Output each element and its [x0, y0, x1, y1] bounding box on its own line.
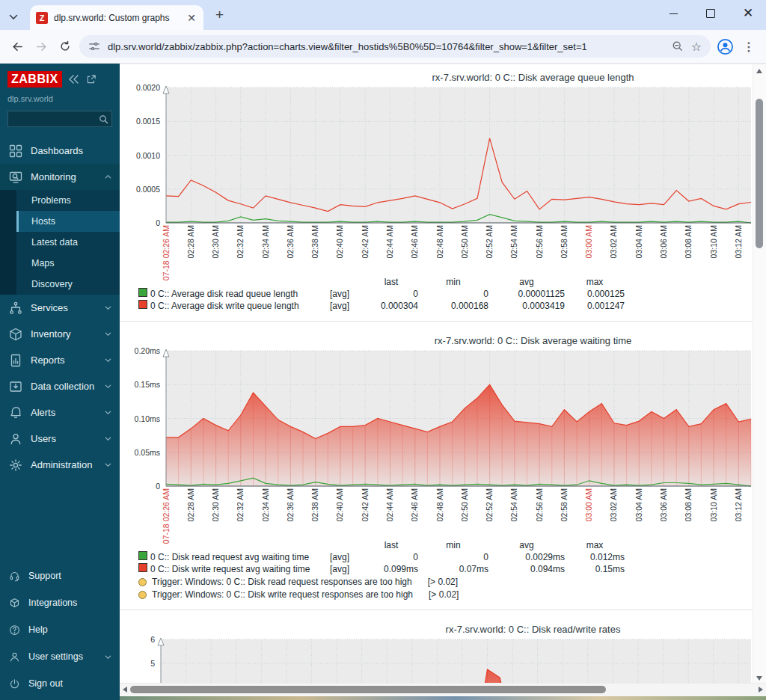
server-name: dlp.srv.world: [7, 94, 112, 103]
tab-close-icon[interactable]: ✕: [186, 13, 197, 23]
vertical-scrollbar[interactable]: [753, 64, 766, 684]
sidebar-item-help[interactable]: Help: [0, 616, 120, 643]
sidebar-item-integrations[interactable]: Integrations: [0, 589, 120, 616]
sidebar-item-problems[interactable]: Problems: [16, 190, 120, 211]
hide-sidebar-icon[interactable]: [86, 75, 96, 85]
address-bar[interactable]: dlp.srv.world/zabbix/zabbix.php?action=c…: [79, 35, 711, 58]
zabbix-logo[interactable]: ZABBIX: [7, 71, 62, 88]
minimize-button[interactable]: [667, 7, 679, 19]
bookmark-star-icon[interactable]: ☆: [691, 40, 702, 54]
y-axis-label: 0.15ms: [120, 380, 160, 389]
integrations-icon: [9, 598, 20, 609]
scroll-right-icon[interactable]: [759, 687, 763, 693]
page-content: rx-7.srv.world: 0 C:: Disk average queue…: [120, 64, 766, 700]
sidebar-item-label: Alerts: [31, 407, 55, 418]
sidebar-item-maps[interactable]: Maps: [16, 253, 120, 274]
x-axis-label: 02:46 AM: [410, 225, 420, 258]
url-text[interactable]: dlp.srv.world/zabbix/zabbix.php?action=c…: [108, 41, 664, 52]
chart-title: rx-7.srv.world: 0 C:: Disk read/write ra…: [120, 616, 753, 639]
x-axis-label: 03:00 AM: [584, 488, 594, 521]
sidebar-item-services[interactable]: Services: [0, 295, 120, 321]
profile-avatar-icon[interactable]: [715, 37, 735, 56]
x-axis-label: 03:10 AM: [709, 225, 719, 258]
sidebar-item-label: Users: [31, 433, 56, 444]
zabbix-favicon-icon: Z: [36, 12, 48, 24]
x-axis-label: 02:56 AM: [535, 488, 545, 521]
sidebar-item-inventory[interactable]: Inventory: [0, 321, 120, 347]
zoom-out-icon[interactable]: [672, 40, 684, 52]
trigger-label: Trigger: Windows: 0 C:: Disk write reque…: [152, 589, 413, 601]
sidebar-item-discovery[interactable]: Discovery: [16, 274, 120, 295]
sidebar-item-administration[interactable]: Administration: [0, 452, 120, 478]
legend-trigger-row: Trigger: Windows: 0 C:: Disk read reques…: [138, 576, 753, 588]
sidebar-item-users[interactable]: Users: [0, 426, 120, 452]
custom-graphs-list: rx-7.srv.world: 0 C:: Disk average queue…: [120, 64, 753, 684]
y-axis-label: 0.05ms: [120, 448, 160, 457]
zabbix-sidebar: ZABBIX dlp.srv.world DashboardsMonit: [0, 64, 120, 700]
sidebar-item-latest-data[interactable]: Latest data: [16, 232, 120, 253]
x-axis-label: 02:30 AM: [211, 225, 221, 258]
forward-icon[interactable]: [31, 37, 51, 56]
scroll-up-icon[interactable]: [756, 69, 762, 73]
back-icon[interactable]: [7, 37, 27, 56]
x-axis-label: 02:42 AM: [361, 225, 370, 258]
sidebar-item-monitoring[interactable]: Monitoring: [0, 164, 120, 190]
series-swatch: [138, 563, 147, 572]
x-axis-labels: 07-18 02:26 AM02:28 AM02:30 AM02:32 AM02…: [120, 486, 753, 538]
chart-plot-area[interactable]: 6543210: [161, 639, 751, 684]
series-swatch: [138, 300, 147, 309]
x-axis-label: 03:06 AM: [659, 488, 669, 521]
sidebar-item-data-collection[interactable]: Data collection: [0, 373, 120, 399]
legend-header: lastminavgmax: [138, 540, 753, 551]
scroll-down-icon[interactable]: [756, 676, 762, 681]
x-axis-label: 02:44 AM: [385, 225, 395, 258]
chevron-up-icon: [104, 173, 112, 181]
x-axis-label: 03:00 AM: [584, 225, 594, 258]
x-axis-label: 02:48 AM: [435, 225, 445, 258]
maximize-button[interactable]: [705, 7, 717, 19]
dashboards-icon: [9, 144, 22, 158]
horizontal-scrollbar-thumb[interactable]: [130, 686, 606, 693]
x-axis-label: 02:34 AM: [261, 488, 271, 521]
chart-plot-area[interactable]: 0.00200.00150.00100.00050: [166, 88, 751, 223]
x-axis-label: 02:54 AM: [509, 225, 519, 258]
chevron-down-icon: [104, 330, 112, 338]
x-axis-label: 02:38 AM: [310, 225, 320, 258]
sidebar-item-hosts[interactable]: Hosts: [16, 211, 120, 232]
x-axis-label: 03:12 AM: [734, 488, 744, 521]
x-axis-label: 02:44 AM: [385, 488, 395, 521]
reload-icon[interactable]: [55, 37, 75, 56]
browser-menu-icon[interactable]: ⋮: [739, 37, 759, 56]
sidebar-item-label: Help: [28, 624, 48, 635]
x-axis-label: 02:50 AM: [460, 488, 470, 521]
sidebar-item-alerts[interactable]: Alerts: [0, 399, 120, 426]
browser-tab[interactable]: Z dlp.srv.world: Custom graphs ✕: [30, 5, 203, 30]
y-axis-label: 0.0010: [120, 151, 160, 160]
x-axis-label: 03:04 AM: [634, 225, 644, 258]
x-axis-label: 03:02 AM: [609, 225, 619, 258]
scroll-left-icon[interactable]: [123, 687, 127, 693]
horizontal-scrollbar[interactable]: [120, 683, 766, 696]
x-axis-label: 02:28 AM: [186, 488, 196, 521]
site-settings-icon[interactable]: [88, 40, 100, 52]
sidebar-item-reports[interactable]: Reports: [0, 347, 120, 373]
vertical-scrollbar-thumb[interactable]: [756, 99, 763, 248]
legend-trigger-row: Trigger: Windows: 0 C:: Disk write reque…: [138, 589, 753, 601]
sidebar-item-support[interactable]: Support: [0, 562, 120, 589]
x-axis-label: 02:50 AM: [460, 225, 470, 258]
tab-list-chevron-icon[interactable]: [9, 10, 18, 23]
new-tab-button[interactable]: +: [215, 8, 224, 22]
sidebar-item-sign-out[interactable]: Sign out: [0, 670, 120, 697]
sidebar-footer: SupportIntegrationsHelpUser settingsSign…: [0, 562, 120, 700]
trigger-label: Trigger: Windows: 0 C:: Disk read reques…: [152, 576, 412, 588]
y-axis-label: 0.20ms: [120, 346, 160, 355]
sidebar-item-user-settings[interactable]: User settings: [0, 643, 120, 670]
chart-plot-area[interactable]: 0.20ms0.15ms0.10ms0.05ms0: [166, 351, 751, 486]
collapse-sidebar-icon[interactable]: [69, 75, 79, 84]
search-input[interactable]: [7, 111, 112, 127]
y-axis-label: 0.0020: [120, 83, 160, 92]
sidebar-item-dashboards[interactable]: Dashboards: [0, 138, 120, 164]
series-swatch: [138, 288, 147, 297]
support-icon: [9, 571, 20, 582]
close-button[interactable]: ✕: [742, 7, 754, 19]
